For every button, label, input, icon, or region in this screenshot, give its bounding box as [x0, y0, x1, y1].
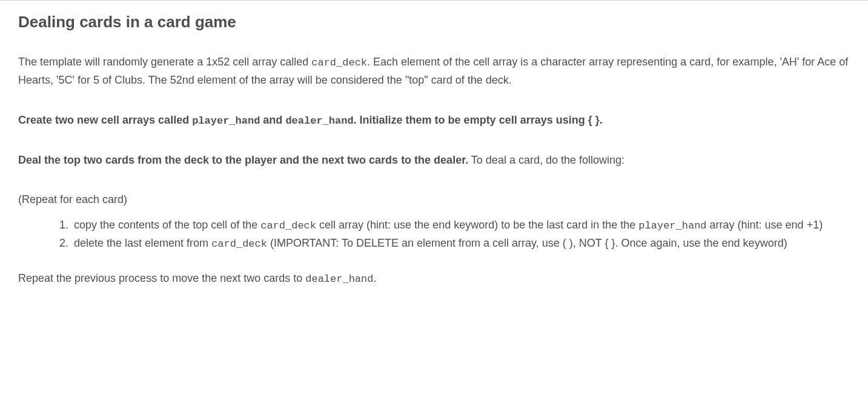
text: (IMPORTANT: To DELETE an element from a … — [267, 237, 787, 249]
code-player-hand: player_hand — [638, 220, 706, 232]
text: copy the contents of the top cell of the — [74, 219, 260, 231]
page-title: Dealing cards in a card game — [18, 13, 850, 32]
code-dealer-hand: dealer_hand — [285, 115, 353, 127]
bold-text: and — [260, 114, 285, 126]
text: array (hint: use end +1) — [707, 219, 823, 231]
code-card-deck: card_deck — [311, 57, 367, 68]
bold-text: Create two new cell arrays called — [18, 114, 192, 126]
bold-text: Deal the top two cards from the deck to … — [18, 154, 468, 166]
paragraph-intro: The template will randomly generate a 1x… — [18, 53, 850, 90]
text: delete the last element from — [74, 237, 211, 249]
code-dealer-hand: dealer_hand — [305, 273, 373, 285]
instructions-list: copy the contents of the top cell of the… — [18, 216, 850, 253]
code-card-deck: card_deck — [211, 238, 267, 250]
code-player-hand: player_hand — [192, 115, 260, 127]
text: The template will randomly generate a 1x… — [18, 56, 311, 68]
paragraph-create-arrays: Create two new cell arrays called player… — [18, 112, 850, 130]
text: . — [373, 272, 376, 284]
text: To deal a card, do the following: — [468, 154, 624, 166]
text: Repeat the previous process to move the … — [18, 272, 305, 284]
paragraph-repeat-dealer: Repeat the previous process to move the … — [18, 270, 850, 288]
text: cell array (hint: use the end keyword) t… — [316, 219, 638, 231]
list-item: delete the last element from card_deck (… — [71, 235, 850, 253]
paragraph-deal-instruction: Deal the top two cards from the deck to … — [18, 152, 850, 170]
list-item: copy the contents of the top cell of the… — [71, 216, 850, 235]
code-card-deck: card_deck — [260, 220, 316, 232]
bold-text: . Initialize them to be empty cell array… — [354, 114, 603, 126]
paragraph-repeat-note: (Repeat for each card) — [18, 191, 850, 209]
